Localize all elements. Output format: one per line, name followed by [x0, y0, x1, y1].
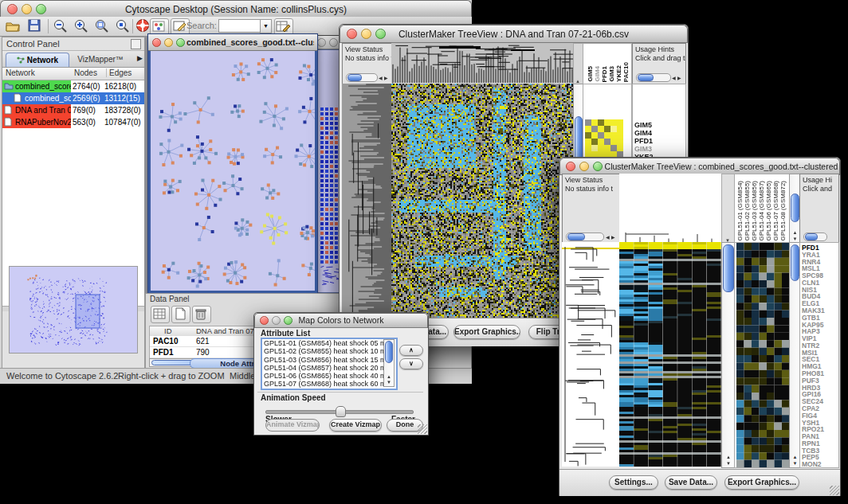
close-button[interactable]	[317, 38, 326, 47]
close-button[interactable]	[152, 38, 161, 47]
export-graphics-button[interactable]: Export Graphics...	[453, 325, 520, 339]
network-list-row[interactable]: combined_sco 2569(6)13112(15)	[2, 92, 144, 104]
gene-label[interactable]: GIM5	[634, 121, 652, 129]
table-mode-button[interactable]	[151, 306, 170, 323]
open-file-button[interactable]	[5, 18, 22, 34]
animation-speed-label: Animation Speed	[261, 393, 326, 402]
column-label[interactable]: PFD1	[601, 66, 608, 82]
gene-label[interactable]: GIM4	[634, 129, 652, 137]
column-label[interactable]: GIM4	[594, 66, 601, 82]
settings-button[interactable]: Settings...	[609, 475, 658, 490]
resize-grip[interactable]	[418, 424, 427, 434]
column-label[interactable]: PAC10	[622, 62, 630, 82]
treeview-dna-titlebar[interactable]: ClusterMaker TreeView : DNA and Tran 07-…	[340, 25, 688, 43]
attribute-list-item[interactable]: GPL51-01 (GSM854) heat shock 05 min	[262, 339, 396, 347]
move-up-button[interactable]: ∧	[399, 345, 423, 356]
zoom-selected-icon	[115, 18, 131, 33]
annotation-icon	[171, 19, 187, 33]
column-label[interactable]: GIM5	[587, 66, 594, 82]
usage-hints-scrollbar[interactable]	[803, 232, 835, 240]
new-attribute-button[interactable]	[171, 306, 190, 323]
dialog-titlebar[interactable]: Map Colors to Network	[254, 313, 428, 328]
col-header-network[interactable]: Network	[6, 68, 35, 77]
status-welcome: Welcome to Cytoscape 2.6.2	[6, 371, 118, 381]
zoom-button[interactable]	[176, 38, 185, 47]
search-label: Search:	[186, 21, 217, 30]
tab-overflow-arrow[interactable]: ▶	[137, 54, 143, 62]
save-data-button[interactable]: Save Data...	[665, 475, 717, 490]
attribute-list-item[interactable]: GPL51-03 (GSM856) heat shock 15 min	[262, 356, 396, 364]
usage-hints-panel: Usage HiClick and	[799, 174, 839, 244]
new-document-icon	[172, 307, 188, 321]
network-canvas-1[interactable]	[151, 51, 315, 291]
attribute-list-item[interactable]: GPL51-02 (GSM855) heat shock 10 min	[262, 347, 396, 355]
slider-thumb[interactable]	[336, 406, 346, 417]
attribute-list[interactable]: GPL51-01 (GSM854) heat shock 05 minGPL51…	[261, 338, 398, 390]
control-panel-title: Control Panel	[6, 39, 60, 49]
attribute-editor-icon	[275, 19, 291, 33]
cytoscape-titlebar[interactable]: Cytoscape Desktop (Session Name: collins…	[0, 0, 472, 18]
view-status-scrollbar[interactable]: ◀▶	[566, 232, 617, 240]
zoom-in-button[interactable]	[73, 18, 91, 34]
column-label[interactable]: GPL51-04 (GSM857)	[758, 181, 765, 241]
view-status-panel: View StatusNo status info t ◀▶	[562, 174, 621, 244]
create-vizmap-button[interactable]: Create Vizmap	[329, 419, 382, 432]
view-status-scrollbar[interactable]: ◀▶	[346, 73, 389, 81]
col-header-edges[interactable]: Edges	[106, 68, 132, 77]
network-list-row[interactable]: RNAPuberNov2+ 563(0)107847(0)	[2, 116, 144, 128]
zoom-button[interactable]	[593, 162, 603, 171]
network-list-row[interactable]: combined_scores 2764(0)16218(0)	[2, 80, 144, 92]
global-heatmap[interactable]	[619, 242, 721, 467]
zoom-heatmap[interactable]	[734, 242, 791, 468]
attribute-list-item[interactable]: GPL51-04 (GSM857) heat shock 20 min	[262, 364, 396, 372]
attribute-list-scrollbar[interactable]: ▲▼	[383, 339, 395, 387]
gene-label[interactable]: PFD1	[634, 137, 653, 145]
column-label[interactable]: GPL51-01 (GSM854)	[736, 181, 744, 241]
column-label[interactable]: GPL51-03 (GSM856)	[751, 181, 758, 241]
animate-vizmap-button[interactable]: Animate Vizmap	[265, 419, 320, 432]
zoom-heatmap[interactable]	[585, 119, 623, 158]
tab-network[interactable]: Network	[6, 53, 69, 67]
save-button[interactable]	[27, 18, 45, 34]
minimize-button[interactable]	[579, 162, 589, 171]
gene-label[interactable]: GIM3	[634, 145, 652, 153]
column-label[interactable]: GPL51-02 (GSM855)	[744, 181, 751, 241]
attribute-list-item[interactable]: GPL51-07 (GSM868) heat shock 60 min	[262, 380, 396, 388]
search-dropdown-button[interactable]: ▼	[260, 19, 272, 33]
zoom-fit-button[interactable]	[94, 18, 112, 34]
column-label[interactable]: GPL51-06 (GSM865)	[765, 181, 772, 241]
view-window-title: combined_scores_good.txt--cluste...	[186, 37, 314, 47]
export-graphics-button[interactable]: Export Graphics...	[724, 475, 799, 490]
gene-dendrogram[interactable]	[562, 242, 619, 467]
float-panel-icon[interactable]	[131, 39, 141, 49]
zoom-selected-button[interactable]	[115, 18, 132, 34]
delete-attribute-button[interactable]	[192, 306, 211, 323]
gene-label[interactable]: MON2	[802, 460, 822, 468]
column-label[interactable]: GIM3	[608, 66, 615, 82]
column-label[interactable]: GPL51-08 (GSM872)	[779, 181, 787, 241]
data-col-id[interactable]: ID	[164, 326, 172, 335]
treeview-combined-window: ClusterMaker TreeView : combined_scores_…	[559, 157, 841, 496]
close-button[interactable]	[566, 162, 575, 171]
col-header-nodes[interactable]: Nodes	[74, 68, 97, 77]
move-down-button[interactable]: ∨	[399, 358, 423, 369]
column-label[interactable]: YKE2	[615, 65, 622, 82]
minimize-button[interactable]	[329, 38, 338, 47]
column-label[interactable]: GPL51-07 (GSM868)	[772, 181, 779, 241]
search-input[interactable]	[218, 19, 261, 33]
attribute-list-item[interactable]: GPL51-06 (GSM865) heat shock 40 min	[262, 372, 396, 380]
tab-vizmapper[interactable]: VizMapper™	[71, 53, 130, 66]
network-list-row[interactable]: DNA and Tran 07 769(0)183728(0)	[2, 104, 144, 116]
usage-hints-scrollbar[interactable]: ◀▶	[636, 73, 682, 81]
column-dendrogram[interactable]	[391, 43, 573, 83]
treeview-combined-titlebar[interactable]: ClusterMaker TreeView : combined_scores_…	[559, 158, 840, 175]
control-panel: Control Panel Network VizMapper™ ▶ Netwo…	[2, 37, 145, 369]
zoom-out-button[interactable]	[53, 18, 70, 34]
gene-dendrogram[interactable]	[342, 84, 391, 318]
global-heatmap[interactable]	[391, 84, 573, 318]
resize-grip[interactable]	[830, 486, 839, 495]
network-view-window-1: combined_scores_good.txt--cluste...	[147, 33, 318, 294]
column-dendrogram[interactable]	[619, 174, 721, 242]
birdseye-overview[interactable]	[9, 266, 138, 354]
minimize-button[interactable]	[164, 38, 173, 47]
